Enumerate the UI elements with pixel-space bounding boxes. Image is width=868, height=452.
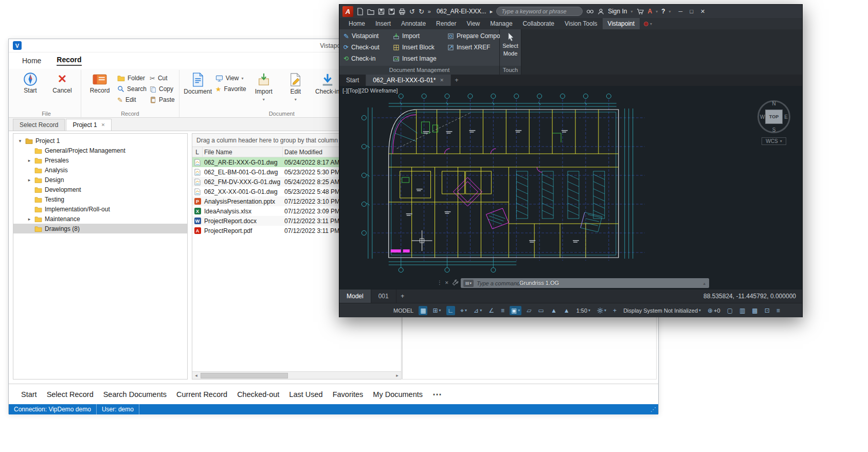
panel-label-touch[interactable]: Touch bbox=[500, 66, 521, 75]
snap-mode-icon[interactable]: ⊞▾ bbox=[431, 306, 442, 315]
nav-search-documents[interactable]: Search Documents bbox=[103, 390, 167, 399]
new-drawing-tab-button[interactable]: + bbox=[451, 75, 462, 86]
graphics-performance-icon[interactable]: ▥ bbox=[738, 306, 747, 315]
viewcube-east[interactable]: E bbox=[784, 114, 788, 120]
viewcube[interactable]: N S W E TOP WCS ▾ bbox=[754, 100, 794, 145]
plot-printer-icon[interactable] bbox=[399, 8, 406, 15]
cut-button[interactable]: ✂ Cut bbox=[150, 74, 175, 83]
expander-icon[interactable]: ▾ bbox=[17, 138, 23, 143]
qat-more-icon[interactable]: » bbox=[428, 8, 431, 14]
drawing-canvas[interactable]: [-][Top][2D Wireframe] bbox=[339, 86, 802, 290]
ribbon-tab-vistapoint[interactable]: Vistapoint bbox=[603, 18, 640, 29]
customize-wrench-icon[interactable] bbox=[452, 279, 459, 287]
tab-select-record[interactable]: Select Record bbox=[13, 119, 65, 131]
import-button[interactable]: Import ▾ bbox=[249, 70, 278, 102]
close-button[interactable]: ✕ bbox=[700, 8, 705, 15]
help-icon[interactable]: ? bbox=[661, 8, 665, 15]
edit-button[interactable]: ✎ Edit bbox=[117, 95, 147, 104]
tree-item-development[interactable]: Development bbox=[13, 185, 187, 194]
share-caret-icon[interactable]: ▾ bbox=[656, 9, 658, 14]
command-expand-icon[interactable]: ▴ bbox=[703, 281, 707, 286]
nav-checked-out[interactable]: Checked-out bbox=[237, 390, 279, 399]
expander-icon[interactable]: ▸ bbox=[27, 216, 32, 222]
transparency-icon[interactable]: ▱ bbox=[525, 306, 533, 315]
insert-block-button[interactable]: Insert Block bbox=[393, 44, 443, 51]
help-caret-icon[interactable]: ▾ bbox=[669, 9, 671, 14]
ribbon-tab-view[interactable]: View bbox=[461, 18, 485, 29]
column-header-file-name[interactable]: File Name bbox=[203, 147, 283, 157]
ribbon-tab-annotate[interactable]: Annotate bbox=[396, 18, 431, 29]
tree-item-design[interactable]: ▸ Design bbox=[13, 175, 187, 185]
maximize-button[interactable]: □ bbox=[690, 8, 693, 15]
command-bar-dock[interactable]: ⋮ ✕ bbox=[437, 280, 449, 285]
tab-home[interactable]: Home bbox=[22, 57, 41, 65]
floorplan-drawing[interactable] bbox=[339, 86, 802, 290]
sign-in-caret-icon[interactable]: ▾ bbox=[631, 9, 633, 14]
undo-icon[interactable]: ↺ bbox=[409, 8, 415, 15]
cancel-button[interactable]: ✕ Cancel bbox=[48, 70, 77, 95]
tree-item-presales[interactable]: ▸ Presales bbox=[13, 155, 187, 165]
tree-item-drawings[interactable]: Drawings (8) bbox=[13, 224, 187, 233]
sign-in-person-icon[interactable] bbox=[598, 8, 604, 15]
save-as-icon[interactable] bbox=[388, 8, 395, 15]
checkin-button[interactable]: Check-in bbox=[313, 70, 342, 96]
command-input[interactable] bbox=[474, 280, 703, 286]
add-status-icon[interactable]: + bbox=[611, 306, 618, 315]
file-tab-start[interactable]: Start bbox=[339, 75, 366, 86]
ribbon-tab-render[interactable]: Render bbox=[431, 18, 461, 29]
import-panel-button[interactable]: Import bbox=[393, 32, 443, 40]
nav-favorites[interactable]: Favorites bbox=[333, 390, 364, 399]
command-line-bar[interactable]: ▤ ▾ ▴ bbox=[461, 278, 709, 288]
start-button[interactable]: Start bbox=[16, 70, 45, 95]
app-store-cart-icon[interactable] bbox=[637, 8, 644, 15]
ribbon-tab-vision-tools[interactable]: Vision Tools bbox=[559, 18, 603, 29]
wcs-dropdown[interactable]: WCS ▾ bbox=[762, 137, 786, 145]
model-space-toggle[interactable]: MODEL bbox=[392, 306, 415, 315]
document-button[interactable]: Document bbox=[184, 70, 212, 96]
tree-item-implementation-rollout[interactable]: Implementation/Roll-out bbox=[13, 204, 187, 214]
viewcube-top-face[interactable]: TOP bbox=[765, 110, 783, 124]
favorite-button[interactable]: ★ Favorite bbox=[215, 84, 246, 94]
filter-icon[interactable]: ▩ bbox=[750, 306, 759, 315]
paste-button[interactable]: Paste bbox=[150, 95, 175, 104]
share-autodesk-icon[interactable]: A bbox=[648, 8, 653, 15]
nav-current-record[interactable]: Current Record bbox=[176, 390, 227, 399]
object-snap-icon[interactable]: ▣▾ bbox=[510, 306, 521, 315]
tab-record[interactable]: Record bbox=[57, 56, 81, 66]
check-in-button[interactable]: ⟲ Check-in bbox=[343, 55, 389, 62]
workspace-switching-button[interactable]: ▾ bbox=[595, 306, 608, 315]
nav-my-documents[interactable]: My Documents bbox=[373, 390, 423, 399]
select-mode-button[interactable]: Select Mode bbox=[500, 29, 521, 66]
isometric-drafting-icon[interactable]: ⊿▾ bbox=[472, 306, 483, 315]
tree-item-general-project-management[interactable]: General/Project Management bbox=[13, 146, 187, 155]
folder-button[interactable]: Folder bbox=[117, 74, 147, 83]
save-icon[interactable] bbox=[378, 8, 385, 15]
file-tab-close-icon[interactable]: ✕ bbox=[440, 78, 444, 83]
check-out-button[interactable]: ⟳ Check-out bbox=[343, 44, 389, 51]
display-system-button[interactable]: Display System Not Initialized▾ bbox=[622, 306, 702, 315]
ribbon-tab-insert[interactable]: Insert bbox=[370, 18, 396, 29]
nav-start[interactable]: Start bbox=[21, 390, 37, 399]
tree-item-project-1[interactable]: ▾ Project 1 bbox=[13, 136, 187, 146]
tree-item-testing[interactable]: Testing bbox=[13, 194, 187, 204]
view-button[interactable]: View ▾ bbox=[215, 74, 246, 83]
command-grip-icon[interactable]: ⋮ bbox=[437, 280, 442, 285]
annotation-visibility-icon[interactable]: ▲ bbox=[549, 306, 558, 315]
scroll-right-icon[interactable]: ▸ bbox=[393, 373, 401, 378]
nav-select-record[interactable]: Select Record bbox=[47, 390, 94, 399]
minimize-button[interactable]: ─ bbox=[679, 8, 683, 15]
scroll-left-icon[interactable]: ◂ bbox=[192, 373, 200, 378]
model-tab[interactable]: Model bbox=[339, 290, 371, 303]
viewcube-south[interactable]: S bbox=[772, 127, 776, 133]
viewport-controls-label[interactable]: [-][Top][2D Wireframe] bbox=[342, 87, 398, 94]
ribbon-tab-collaborate[interactable]: Collaborate bbox=[518, 18, 559, 29]
viewcube-compass-ring[interactable]: N S W E TOP bbox=[757, 100, 790, 133]
command-close-icon[interactable]: ✕ bbox=[445, 280, 449, 285]
redo-icon[interactable]: ↻ bbox=[419, 8, 424, 15]
search-button[interactable]: Search bbox=[117, 84, 147, 94]
polar-tracking-icon[interactable]: ⌖▾ bbox=[459, 306, 468, 315]
horizontal-scrollbar[interactable]: ◂ ▸ bbox=[192, 371, 401, 379]
viewcube-north[interactable]: N bbox=[772, 101, 775, 106]
file-tab-active-drawing[interactable]: 062_AR-EI-XXX-G-01* ✕ bbox=[366, 75, 451, 86]
edit-document-button[interactable]: Edit ▾ bbox=[281, 70, 310, 102]
